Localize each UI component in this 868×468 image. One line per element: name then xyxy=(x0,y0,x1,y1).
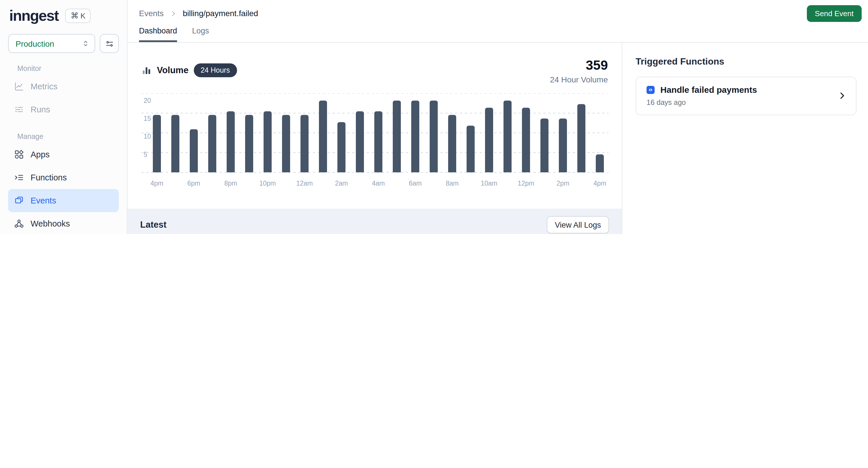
metrics-icon xyxy=(14,81,24,92)
sidebar-item-label: Metrics xyxy=(31,82,57,91)
sidebar: inngest ⌘ K Production MonitorMetricsRun… xyxy=(0,0,127,234)
chevron-right-icon xyxy=(837,91,847,100)
bar xyxy=(485,108,493,172)
sidebar-item-label: Runs xyxy=(31,105,50,114)
bar xyxy=(467,126,475,172)
bar xyxy=(374,111,382,172)
svg-text:8am: 8am xyxy=(446,179,459,187)
svg-text:5: 5 xyxy=(144,151,147,158)
breadcrumb-events-link[interactable]: Events xyxy=(139,9,164,18)
function-name: Handle failed payments xyxy=(660,85,757,95)
breadcrumb-chevron-icon xyxy=(169,9,177,17)
sidebar-item-apps[interactable]: Apps xyxy=(8,143,119,166)
svg-text:2pm: 2pm xyxy=(557,179,569,187)
bar xyxy=(171,115,179,172)
sidebar-item-label: Events xyxy=(31,196,56,205)
topbar: Events billing/payment.failed Send Event xyxy=(127,0,868,27)
svg-text:12pm: 12pm xyxy=(518,179,534,187)
view-all-logs-button[interactable]: View All Logs xyxy=(547,216,609,233)
runs-icon xyxy=(14,104,24,115)
svg-text:6am: 6am xyxy=(409,179,422,187)
triggered-functions-title: Triggered Functions xyxy=(636,57,857,67)
svg-text:12am: 12am xyxy=(296,179,313,187)
bar xyxy=(577,104,585,172)
bar xyxy=(356,111,364,172)
volume-total-label: 24 Hour Volume xyxy=(550,75,608,84)
bar xyxy=(540,119,549,172)
bar xyxy=(596,155,604,172)
tab-logs[interactable]: Logs xyxy=(192,27,209,42)
svg-text:4pm: 4pm xyxy=(151,179,163,187)
tab-dashboard[interactable]: Dashboard xyxy=(139,27,177,42)
main-area: Events billing/payment.failed Send Event… xyxy=(127,0,868,234)
svg-text:15: 15 xyxy=(144,115,151,122)
function-code-icon xyxy=(647,86,655,94)
bar xyxy=(448,115,456,172)
sidebar-item-metrics[interactable]: Metrics xyxy=(8,75,119,98)
environment-settings-button[interactable] xyxy=(100,34,119,53)
sidebar-item-label: Apps xyxy=(31,150,50,159)
bar xyxy=(190,129,198,172)
bar xyxy=(245,115,253,172)
tab-bar: DashboardLogs xyxy=(127,27,868,43)
sidebar-item-functions[interactable]: Functions xyxy=(8,166,119,189)
volume-range-badge: 24 Hours xyxy=(194,63,237,77)
events-icon xyxy=(14,195,24,206)
svg-text:10pm: 10pm xyxy=(259,179,276,187)
bar xyxy=(319,101,327,172)
volume-title: Volume xyxy=(157,65,189,75)
volume-section: Volume 24 Hours 359 24 Hour Volume 51015… xyxy=(127,43,622,209)
svg-text:20: 20 xyxy=(144,97,151,104)
bar xyxy=(208,115,216,172)
functions-icon xyxy=(14,172,24,183)
breadcrumb: Events billing/payment.failed xyxy=(139,9,258,18)
bar xyxy=(282,115,290,172)
latest-section: Latest View All Logs Received at ID Sour… xyxy=(127,209,622,234)
sidebar-item-label: Webhooks xyxy=(31,219,70,228)
sliders-icon xyxy=(105,39,114,48)
sidebar-item-events[interactable]: Events xyxy=(8,189,119,212)
command-icon: ⌘ xyxy=(71,11,79,20)
bar xyxy=(301,115,309,172)
volume-bar-chart: 51015204pm6pm8pm10pm12am2am4am6am8am10am… xyxy=(141,93,609,191)
bar xyxy=(153,115,161,172)
bar xyxy=(522,108,530,172)
webhooks-icon xyxy=(14,219,24,229)
sidebar-item-label: Functions xyxy=(31,173,67,182)
bar xyxy=(393,101,401,172)
bar xyxy=(430,101,438,172)
sidebar-section-label: Manage xyxy=(0,133,127,141)
sidebar-item-webhooks[interactable]: Webhooks xyxy=(8,212,119,234)
bar-chart-icon xyxy=(141,65,152,75)
inngest-logo[interactable]: inngest xyxy=(9,7,59,25)
command-palette-shortcut[interactable]: ⌘ K xyxy=(65,9,91,23)
environment-select[interactable]: Production xyxy=(8,34,95,53)
svg-text:10am: 10am xyxy=(481,179,497,187)
bar xyxy=(411,101,419,172)
svg-text:8pm: 8pm xyxy=(224,179,237,187)
bar xyxy=(559,119,567,172)
app-window: inngest ⌘ K Production MonitorMetricsRun… xyxy=(0,0,868,234)
breadcrumb-current: billing/payment.failed xyxy=(183,9,258,18)
send-event-button[interactable]: Send Event xyxy=(807,5,862,22)
svg-text:6pm: 6pm xyxy=(187,179,200,187)
bar xyxy=(227,111,235,172)
dashboard-column: Volume 24 Hours 359 24 Hour Volume 51015… xyxy=(127,43,622,234)
sidebar-section-label: Monitor xyxy=(0,65,127,73)
bar xyxy=(264,111,272,172)
svg-text:2am: 2am xyxy=(335,179,348,187)
environment-value: Production xyxy=(16,39,54,48)
svg-text:10: 10 xyxy=(144,133,151,140)
apps-icon xyxy=(14,149,24,160)
latest-title: Latest xyxy=(140,220,166,230)
shortcut-key-label: K xyxy=(81,11,85,20)
volume-total: 359 xyxy=(550,58,608,73)
volume-chart: 51015204pm6pm8pm10pm12am2am4am6am8am10am… xyxy=(141,93,608,194)
bar xyxy=(503,101,512,172)
sidebar-nav: MonitorMetricsRunsManageAppsFunctionsEve… xyxy=(0,65,127,234)
triggered-function-card[interactable]: Handle failed payments16 days ago xyxy=(636,77,857,115)
triggered-functions-panel: Triggered Functions Handle failed paymen… xyxy=(622,43,868,234)
sidebar-item-runs[interactable]: Runs xyxy=(8,98,119,121)
svg-text:4am: 4am xyxy=(372,179,385,187)
function-last-run: 16 days ago xyxy=(647,99,837,107)
